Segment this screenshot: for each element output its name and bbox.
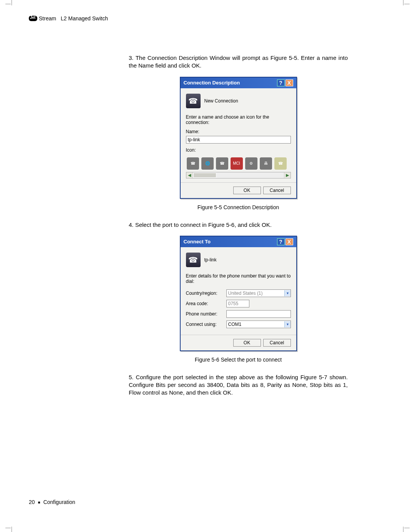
icon-option-1[interactable]: ☎: [187, 157, 199, 170]
scroll-right-icon[interactable]: ▶: [284, 172, 290, 178]
dialog-titlebar: Connection Description ? X: [181, 78, 296, 88]
connection-description-dialog: Connection Description ? X ☎ New Connect…: [180, 77, 297, 199]
icon-option-mci[interactable]: MCI: [231, 157, 243, 170]
icon-option-5[interactable]: ⚙: [245, 157, 257, 170]
figure-5-5: Connection Description ? X ☎ New Connect…: [129, 77, 348, 210]
dialog-instruction: Enter a name and choose an icon for the …: [186, 114, 291, 125]
area-code-label: Area code:: [186, 301, 222, 306]
country-select[interactable]: United States (1) ▾: [226, 289, 291, 297]
ok-button[interactable]: OK: [233, 339, 261, 347]
name-input[interactable]: [186, 136, 291, 144]
help-button[interactable]: ?: [277, 79, 285, 86]
connect-using-select[interactable]: COM1 ▾: [226, 321, 291, 328]
icon-option-6[interactable]: 🖷: [260, 157, 272, 170]
scroll-left-icon[interactable]: ◀: [186, 172, 193, 178]
dialog-heading: tp-link: [204, 257, 217, 263]
phone-label: Phone number:: [186, 311, 222, 317]
dialog-heading: New Connection: [204, 98, 238, 104]
figure-5-5-caption: Figure 5-5 Connection Description: [198, 204, 279, 210]
scroll-thumb[interactable]: [193, 173, 216, 178]
phone-input[interactable]: [226, 310, 291, 318]
page: Stream L2 Managed Switch 3. The Connecti…: [29, 15, 386, 509]
page-number: 20: [29, 499, 35, 505]
area-code-input[interactable]: [226, 300, 249, 307]
chevron-down-icon: ▾: [284, 290, 290, 296]
chevron-down-icon: ▾: [284, 321, 290, 327]
step-4-number: 4.: [129, 221, 134, 228]
connection-icon: ☎: [186, 94, 201, 108]
close-button[interactable]: X: [286, 79, 293, 86]
connect-using-label: Connect using:: [186, 322, 222, 327]
icon-picker[interactable]: ☎ 🌐 ☎ MCI ⚙ 🖷 ☎ ◀ ▶: [186, 156, 291, 178]
step-5-number: 5.: [129, 374, 134, 380]
brand-logo-icon: [29, 16, 37, 21]
dialog-body: ☎ New Connection Enter a name and choose…: [181, 88, 296, 182]
icon-option-7[interactable]: ☎: [274, 157, 287, 170]
country-label: Country/region:: [186, 291, 222, 296]
dialog-title: Connect To: [184, 239, 211, 245]
icon-label: Icon:: [186, 147, 291, 153]
step-4: 4. Select the port to connect in Figure …: [129, 221, 348, 229]
ok-button[interactable]: OK: [233, 187, 261, 194]
figure-5-6-caption: Figure 5-6 Select the port to connect: [195, 357, 282, 363]
dialog-body: ☎ tp-link Enter details for the phone nu…: [181, 247, 296, 335]
content: 3. The Connection Description Window wil…: [129, 54, 348, 397]
step-5-text: Configure the port selected in the step …: [129, 374, 348, 396]
connect-to-dialog: Connect To ? X ☎ tp-link Enter details f…: [180, 236, 297, 351]
connection-icon: ☎: [186, 253, 201, 267]
name-label: Name:: [186, 129, 291, 134]
step-4-text: Select the port to connect in Figure 5-6…: [135, 221, 272, 228]
country-value: United States (1): [228, 291, 263, 296]
icon-option-2[interactable]: 🌐: [201, 157, 214, 170]
step-3: 3. The Connection Description Window wil…: [129, 54, 348, 70]
dialog-titlebar: Connect To ? X: [181, 236, 296, 247]
dialog-instruction: Enter details for the phone number that …: [186, 273, 291, 284]
close-button[interactable]: X: [286, 238, 293, 245]
connect-using-value: COM1: [228, 322, 242, 327]
help-button[interactable]: ?: [277, 238, 285, 245]
icon-scrollbar[interactable]: ◀ ▶: [186, 172, 291, 178]
cancel-button[interactable]: Cancel: [263, 339, 291, 347]
page-header: Stream L2 Managed Switch: [29, 15, 386, 21]
footer-bullet-icon: ■: [38, 500, 40, 504]
brand-suffix: Stream: [39, 15, 56, 21]
step-3-text: The Connection Description Window will p…: [129, 55, 348, 69]
step-3-number: 3.: [129, 55, 134, 61]
dialog-title: Connection Description: [184, 80, 240, 86]
footer-section: Configuration: [43, 499, 75, 505]
icon-option-3[interactable]: ☎: [216, 157, 228, 170]
step-5: 5. Configure the port selected in the st…: [129, 373, 348, 397]
page-footer: 20 ■ Configuration: [29, 499, 75, 505]
cancel-button[interactable]: Cancel: [263, 187, 291, 194]
figure-5-6: Connect To ? X ☎ tp-link Enter details f…: [129, 236, 348, 363]
product-name: L2 Managed Switch: [61, 15, 108, 21]
